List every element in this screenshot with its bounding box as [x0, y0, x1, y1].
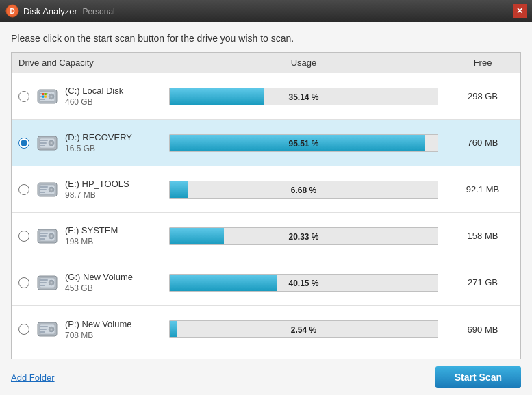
free-cell: 92.1 MB	[445, 184, 520, 194]
free-cell: 298 GB	[445, 91, 520, 101]
progress-bar-container: 2.54 %	[169, 320, 438, 338]
usage-cell: 2.54 %	[162, 320, 445, 338]
usage-cell: 40.15 %	[162, 274, 445, 292]
drive-name-block: (P:) New Volume 708 MB	[65, 319, 132, 340]
drive-label: (D:) RECOVERY	[65, 132, 132, 142]
drive-size: 453 GB	[65, 283, 133, 293]
svg-rect-9	[42, 93, 44, 95]
hdd-icon	[35, 84, 60, 109]
progress-bar-container: 20.33 %	[169, 227, 438, 245]
title-bar: D Disk Analyzer Personal ✕	[0, 0, 532, 22]
hdd-icon	[35, 131, 60, 155]
svg-rect-8	[40, 99, 45, 100]
drive-name-block: (G:) New Volume 453 GB	[65, 272, 133, 293]
drive-size: 98.7 MB	[65, 190, 129, 200]
hdd-icon	[35, 224, 60, 249]
drive-radio[interactable]	[18, 277, 29, 288]
hdd-icon	[35, 177, 60, 202]
usage-percent-label: 2.54 %	[170, 321, 438, 339]
svg-rect-46	[40, 329, 47, 330]
svg-rect-40	[40, 285, 45, 286]
app-logo: D	[5, 4, 19, 18]
usage-cell: 95.51 %	[162, 134, 445, 152]
progress-bar-container: 6.68 %	[169, 181, 438, 199]
table-row[interactable]: (P:) New Volume 708 MB 2.54 % 690 MB	[12, 306, 520, 353]
svg-point-30	[51, 235, 53, 237]
svg-point-5	[51, 95, 53, 97]
usage-cell: 35.14 %	[162, 88, 445, 105]
drive-radio[interactable]	[18, 138, 29, 149]
drive-size: 460 GB	[65, 97, 123, 107]
svg-point-16	[51, 142, 53, 144]
svg-rect-38	[40, 279, 48, 281]
svg-rect-24	[40, 186, 48, 188]
free-cell: 690 MB	[445, 324, 520, 335]
progress-bar-container: 40.15 %	[169, 274, 438, 292]
svg-rect-25	[40, 189, 47, 190]
free-cell: 158 MB	[445, 231, 520, 241]
drive-name-block: (C:) Local Disk 460 GB	[65, 86, 123, 107]
drive-label: (P:) New Volume	[65, 319, 132, 329]
usage-percent-label: 95.51 %	[170, 135, 438, 153]
footer: Add Folder Start Scan	[11, 359, 521, 388]
close-button[interactable]: ✕	[513, 4, 527, 18]
svg-rect-10	[45, 93, 47, 95]
instruction-text: Please click on the start scan button fo…	[11, 33, 521, 44]
drive-radio[interactable]	[18, 324, 29, 335]
svg-rect-11	[42, 95, 44, 97]
header-free: Free	[445, 53, 520, 73]
header-drive-capacity: Drive and Capacity	[12, 53, 162, 73]
drive-info-cell: (P:) New Volume 708 MB	[12, 311, 162, 347]
usage-percent-label: 35.14 %	[170, 88, 438, 106]
usage-cell: 6.68 %	[162, 181, 445, 199]
drive-name-block: (F:) SYSTEM 198 MB	[65, 225, 118, 246]
drive-label: (F:) SYSTEM	[65, 225, 118, 235]
svg-point-23	[51, 188, 53, 190]
usage-cell: 20.33 %	[162, 227, 445, 245]
drive-info-cell: (D:) RECOVERY 16.5 GB	[12, 125, 162, 161]
drive-info-cell: (C:) Local Disk 460 GB	[12, 79, 162, 114]
table-row[interactable]: (E:) HP_TOOLS 98.7 MB 6.68 % 92.1 MB	[12, 166, 520, 213]
svg-rect-12	[45, 95, 47, 97]
svg-rect-39	[40, 282, 47, 283]
svg-rect-33	[40, 238, 45, 240]
start-scan-button[interactable]: Start Scan	[435, 366, 521, 388]
svg-rect-17	[40, 140, 48, 141]
drive-info-cell: (E:) HP_TOOLS 98.7 MB	[12, 172, 162, 207]
svg-rect-18	[40, 142, 47, 144]
table-header: Drive and Capacity Usage Free	[12, 53, 520, 73]
table-row[interactable]: (C:) Local Disk 460 GB 35.14 % 298 GB	[12, 73, 520, 120]
svg-text:D: D	[10, 8, 14, 15]
app-edition: Personal	[82, 7, 114, 16]
main-content: Please click on the start scan button fo…	[0, 22, 532, 395]
free-cell: 271 GB	[445, 277, 520, 288]
drive-info-cell: (F:) SYSTEM 198 MB	[12, 218, 162, 254]
drive-name-block: (D:) RECOVERY 16.5 GB	[65, 132, 132, 153]
usage-percent-label: 40.15 %	[170, 275, 438, 292]
drive-info-cell: (G:) New Volume 453 GB	[12, 265, 162, 301]
table-row[interactable]: (G:) New Volume 453 GB 40.15 % 271 GB	[12, 259, 520, 306]
drive-size: 198 MB	[65, 237, 118, 246]
svg-rect-32	[40, 235, 47, 237]
add-folder-button[interactable]: Add Folder	[11, 372, 55, 383]
drive-name-block: (E:) HP_TOOLS 98.7 MB	[65, 179, 129, 200]
table-row[interactable]: (F:) SYSTEM 198 MB 20.33 % 158 MB	[12, 213, 520, 259]
hdd-icon	[35, 270, 60, 295]
progress-bar-container: 95.51 %	[169, 134, 438, 152]
drive-label: (C:) Local Disk	[65, 86, 123, 96]
svg-rect-45	[40, 326, 48, 327]
drive-radio[interactable]	[18, 231, 29, 242]
svg-rect-19	[40, 145, 45, 146]
free-cell: 760 MB	[445, 138, 520, 148]
usage-percent-label: 6.68 %	[170, 181, 438, 199]
app-name: Disk Analyzer	[23, 6, 77, 16]
svg-point-37	[51, 281, 53, 283]
usage-percent-label: 20.33 %	[170, 228, 438, 246]
table-row[interactable]: (D:) RECOVERY 16.5 GB 95.51 % 760 MB	[12, 120, 520, 166]
drive-radio[interactable]	[18, 91, 29, 102]
drive-radio[interactable]	[18, 184, 29, 195]
table-body: (C:) Local Disk 460 GB 35.14 % 298 GB	[12, 73, 520, 353]
app-title: Disk Analyzer Personal	[23, 6, 513, 16]
drive-table: Drive and Capacity Usage Free	[11, 52, 521, 359]
progress-bar-container: 35.14 %	[169, 88, 438, 105]
